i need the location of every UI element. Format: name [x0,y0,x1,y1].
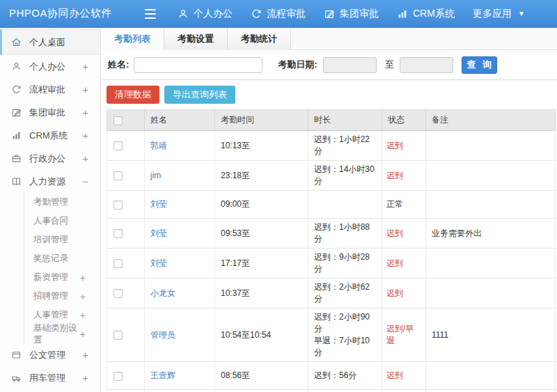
expand-icon[interactable]: + [80,310,86,321]
expand-icon[interactable]: + [82,107,88,118]
row-checkbox-cell [107,308,145,362]
export-list-button[interactable]: 导出查询列表 [164,86,235,104]
row-checkbox[interactable] [113,259,123,268]
row-checkbox[interactable] [113,171,123,180]
nav-item-more-apps[interactable]: 更多应用▼ [473,8,525,20]
nav-item-crm-system[interactable]: CRM系统 [397,8,455,20]
expand-icon[interactable]: + [82,84,88,95]
book-icon [11,176,23,187]
employee-name-link[interactable]: 郭靖 [150,141,167,150]
nav-item-workflow-approval[interactable]: 流程审批 [251,8,306,20]
row-checkbox-cell [107,249,145,279]
user-icon [11,61,23,72]
row-checkbox[interactable] [113,289,123,298]
row-remark-cell: 1111 [426,308,556,362]
column-header-status: 状态 [382,110,426,131]
tab-attendance-stats[interactable]: 考勤统计 [228,28,291,50]
row-remark-cell [426,390,556,392]
tab-attendance-settings[interactable]: 考勤设置 [164,28,228,50]
employee-name-link[interactable]: 刘莹 [150,258,167,268]
sidebar-item-vehicle-mgmt[interactable]: 用车管理+ [0,366,100,389]
sidebar-item-document-mgmt[interactable]: 公文管理+ [0,343,100,366]
name-filter-input[interactable] [134,57,262,73]
sidebar-item-admin-office[interactable]: 行政办公+ [0,147,100,170]
menu-toggle-icon[interactable] [143,8,158,20]
row-checkbox[interactable] [113,229,123,238]
sidebar-subitem-attendance-mgmt[interactable]: 考勤管理 [24,193,100,212]
employee-name-link[interactable]: 小龙女 [150,288,175,298]
expand-icon[interactable]: − [82,175,88,187]
column-header-duration: 时长 [308,110,382,131]
sidebar-item-label: 人力资源 [29,175,82,188]
date-from-input[interactable] [323,57,377,73]
select-all-checkbox[interactable] [113,116,123,125]
row-time-cell: 08:56至 [215,362,308,390]
clean-data-button[interactable]: 清理数据 [107,86,159,104]
doc-icon [11,350,23,360]
expand-icon[interactable]: + [82,372,88,384]
row-checkbox[interactable] [113,141,123,150]
expand-icon[interactable]: + [82,152,88,164]
nav-item-label: 流程审批 [267,8,306,20]
sidebar-item-workflow-approval[interactable]: 流程审批+ [0,78,100,101]
sidebar-item-personal-office[interactable]: 个人办公+ [0,55,100,78]
sidebar-subitem-label: 考勤管理 [33,196,100,208]
sidebar-subitem-label: 招聘管理 [33,290,80,302]
sidebar-item-label: 行政办公 [29,152,82,165]
row-remark-cell [426,191,556,219]
expand-icon[interactable]: + [82,61,88,72]
expand-icon[interactable]: + [82,130,88,141]
employee-name-link[interactable]: 刘莹 [150,228,167,238]
app-header: PHPOA协同办公软件 个人办公流程审批集团审批CRM系统更多应用▼ [0,0,557,28]
sidebar-subitem-label: 培训管理 [33,234,100,246]
sidebar-subitem-reward-punishment[interactable]: 奖惩记录 [24,249,100,268]
row-remark-cell [426,362,556,390]
employee-name-link[interactable]: 管理员 [150,330,175,340]
sidebar-item-personal-desktop[interactable]: 个人桌面 [0,29,100,55]
date-filter-label: 考勤日期: [278,58,317,71]
expand-icon[interactable]: + [80,291,86,302]
expand-icon[interactable]: + [82,349,88,361]
duration-line: 迟到：1小时22分 [314,134,376,157]
sidebar-item-crm-system[interactable]: CRM系统+ [0,124,100,147]
row-checkbox-cell [107,362,145,390]
row-remark-cell [426,161,556,191]
name-filter-label: 姓名: [108,58,129,71]
row-checkbox[interactable] [113,331,123,340]
sidebar-item-label: 个人办公 [29,61,82,73]
employee-name-link[interactable]: 王壹辉 [150,370,175,380]
row-checkbox[interactable] [113,201,123,210]
app-logo: PHPOA协同办公软件 [0,7,134,20]
date-to-input[interactable] [400,57,453,73]
sidebar-subitem-base-category-settings[interactable]: 基础类别设置+ [24,324,100,343]
sidebar-subitem-training-mgmt[interactable]: 培训管理 [24,230,100,249]
sidebar-subitem-label: 基础类别设置 [33,322,80,346]
row-status-cell: 迟到 [382,161,426,191]
employee-name-link[interactable]: 刘莹 [150,199,167,209]
table-row: 王壹辉08:56至迟到：56分迟到 [107,362,556,390]
expand-icon[interactable]: + [80,272,86,283]
row-status-cell: 迟到/早退 [382,308,426,362]
table-header-row: 姓名 考勤时间 时长 状态 备注 [107,110,556,131]
column-header-name: 姓名 [145,110,215,131]
expand-icon[interactable]: + [80,329,86,340]
nav-item-group-approval[interactable]: 集团审批 [324,8,379,20]
duration-line: 迟到：9小时28分 [314,251,376,275]
sidebar-item-group-approval[interactable]: 集团审批+ [0,101,100,124]
row-time-cell: 10:54至10:54 [215,308,308,362]
sidebar-subitem-recruitment-mgmt[interactable]: 招聘管理+ [24,287,100,306]
employee-name-link[interactable]: jim [150,171,161,180]
duration-line: 迟到：1小时88分 [314,221,376,245]
row-checkbox-cell [107,191,145,219]
tab-attendance-list[interactable]: 考勤列表 [101,28,164,50]
search-button[interactable]: 查 询 [462,56,497,74]
sidebar-subitem-salary-mgmt[interactable]: 薪资管理+ [24,268,100,287]
sidebar-item-human-resources[interactable]: 人力资源− [0,170,100,193]
row-checkbox[interactable] [113,372,123,381]
sidebar-subitem-hr-contract[interactable]: 人事合同 [24,212,100,230]
nav-item-personal-office[interactable]: 个人办公 [178,8,233,20]
sidebar-subitem-label: 奖惩记录 [33,253,100,265]
nav-item-label: 集团审批 [340,8,379,20]
row-remark-cell [426,279,556,308]
chart-icon [397,8,408,19]
